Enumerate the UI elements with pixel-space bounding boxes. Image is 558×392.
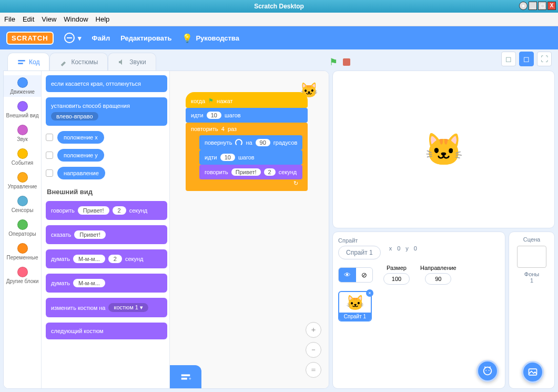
script-area[interactable]: 🐱 когда ⚑ нажат идти 10 шагов [170,71,329,388]
script-stack[interactable]: когда ⚑ нажат идти 10 шагов повторить [186,92,308,191]
backdrops-count: 1 [530,277,533,284]
window-title: Scratch Desktop [254,3,304,10]
window-minimize-button[interactable]: _ [529,2,537,10]
scene-panel: Сцена Фоны 1 [509,232,555,389]
code-icon [17,58,26,66]
zoom-out-button[interactable]: － [306,342,321,358]
menu-window[interactable]: Window [64,15,88,23]
category-dot [17,125,28,135]
category-События[interactable]: События [4,146,41,168]
topnav: SCRATCH ▾ Файл Редактировать 💡Руководств… [0,26,558,49]
language-button[interactable]: ▾ [64,33,82,43]
scene-label: Сцена [523,236,540,243]
block-turn[interactable]: повернуть на 90 градусов [199,135,302,150]
nav-tutorials[interactable]: 💡Руководства [182,33,239,43]
sprite-direction-input[interactable]: 90 [425,273,451,285]
tab-sounds[interactable]: Звуки [108,53,156,71]
titlebar: Scratch Desktop ● _ ▢ X [0,0,558,13]
svg-text:+: + [189,376,191,381]
nav-edit[interactable]: Редактировать [120,34,171,42]
block-say[interactable]: сказать Привет! [46,225,167,244]
block-move2[interactable]: идти 10 шагов [199,150,302,165]
sprite-y-input[interactable]: 0 [414,245,417,252]
menu-view[interactable]: View [42,15,56,23]
turn-cw-icon [235,139,242,146]
stage[interactable]: 🐱 [332,71,555,228]
checkbox-x[interactable] [46,134,53,141]
bulb-icon: 💡 [182,33,192,43]
add-backdrop-button[interactable] [522,361,544,383]
category-Переменные[interactable]: Переменные [4,241,41,263]
block-repeat[interactable]: повторить 4 раз повернуть на 90 [186,123,308,191]
category-dot [17,196,28,206]
scratch-logo[interactable]: SCRATCH [6,32,54,45]
loop-icon: ↻ [293,180,298,187]
sprite-label: Спрайт [338,237,358,244]
category-Операторы[interactable]: Операторы [4,217,41,239]
nav-file[interactable]: Файл [92,34,110,42]
checkbox-dir[interactable] [46,169,53,177]
block-move1[interactable]: идти 10 шагов [186,108,308,123]
sprite-name-input[interactable]: Спрайт 1 [338,246,381,259]
category-dot [17,267,28,277]
window-maximize-button[interactable]: ▢ [538,2,546,10]
svg-rect-0 [18,60,25,62]
svg-rect-1 [18,63,23,64]
tab-code[interactable]: Код [7,53,49,71]
hide-button[interactable]: ⊘ [356,268,372,282]
window-menu-button[interactable]: ● [519,2,527,10]
tab-costumes[interactable]: Костюмы [49,53,108,71]
menu-file[interactable]: File [4,15,15,23]
extension-button[interactable]: + [170,365,201,388]
block-think[interactable]: думать М-м-м... [46,274,167,293]
checkbox-y[interactable] [46,152,53,159]
sprite-size-input[interactable]: 100 [383,273,410,285]
category-dot [17,77,28,88]
block-say-script[interactable]: говорить Привет! 2 секунд [199,165,302,179]
sprite-delete-button[interactable]: × [366,289,373,297]
globe-icon [64,33,75,43]
sprite-panel: Спрайт Спрайт 1 x 0 y 0 [332,232,505,389]
category-column: ДвижениеВнешний видЗвукСобытияУправление… [4,71,42,388]
svg-point-5 [484,367,492,375]
brush-icon [59,58,68,66]
stage-full-button[interactable]: ⛶ [537,52,552,66]
flag-icon: ⚑ [208,97,214,104]
menu-edit[interactable]: Edit [23,15,34,23]
menu-help[interactable]: Help [96,15,110,23]
visibility-toggle: 👁 ⊘ [338,267,373,283]
block-palette[interactable]: если касается края, оттолкнуться установ… [42,71,170,388]
green-flag-button[interactable]: ⚑ [329,56,338,68]
block-switch-costume[interactable]: изменить костюм на костюм 1 ▾ [46,298,167,317]
add-sprite-button[interactable] [476,360,499,382]
category-Другие блоки[interactable]: Другие блоки [4,265,41,286]
category-Звук[interactable]: Звук [4,123,41,144]
category-dot [17,172,28,183]
category-Движение[interactable]: Движение [4,75,41,97]
zoom-in-button[interactable]: ＋ [306,322,321,338]
backdrops-label: Фоны [524,271,539,277]
cat-icon: 🐱 [346,294,364,311]
block-next-costume[interactable]: следующий костюм [46,323,167,339]
sprite-thumb[interactable]: × 🐱 Спрайт 1 [338,291,372,321]
looks-header: Внешний вид [46,185,167,196]
category-Внешний вид[interactable]: Внешний вид [4,99,41,120]
stage-sprite-cat[interactable]: 🐱 [424,131,463,168]
show-button[interactable]: 👁 [339,268,356,282]
category-Управление[interactable]: Управление [4,170,41,192]
image-icon [527,367,538,377]
stage-large-button[interactable]: ◻ [519,52,534,66]
stage-small-button[interactable]: ◻ [501,52,516,66]
window-close-button[interactable]: X [547,2,556,10]
stop-button[interactable] [343,58,350,66]
block-set-rotation[interactable]: установить способ вращения влево-вправо [46,97,167,126]
menubar: File Edit View Window Help [0,13,558,26]
scene-thumb[interactable] [517,246,546,268]
block-when-flag[interactable]: когда ⚑ нажат [186,92,308,108]
block-bounce[interactable]: если касается края, оттолкнуться [46,75,167,92]
zoom-reset-button[interactable]: ＝ [306,362,321,378]
block-say-for[interactable]: говорить Привет! 2 секунд [46,201,167,220]
sprite-x-input[interactable]: 0 [397,245,400,252]
block-think-for[interactable]: думать М-м-м... 2 секунд [46,249,167,268]
category-Сенсоры[interactable]: Сенсоры [4,194,41,215]
